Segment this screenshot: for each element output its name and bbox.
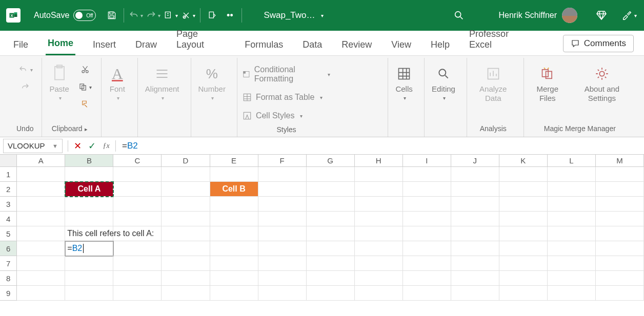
cell[interactable] xyxy=(258,167,307,182)
cell[interactable] xyxy=(596,226,644,241)
merge-files-button[interactable]: Merge Files xyxy=(528,63,567,105)
cell[interactable] xyxy=(548,197,596,212)
cell[interactable] xyxy=(210,286,258,301)
cell[interactable] xyxy=(451,212,499,226)
cell[interactable] xyxy=(403,212,451,226)
cell[interactable] xyxy=(499,212,548,226)
alignment-button[interactable]: Alignment ▾ xyxy=(142,63,183,103)
redo-button[interactable]: ▾ xyxy=(145,7,162,24)
cell[interactable] xyxy=(113,241,162,256)
row-header-7[interactable]: 7 xyxy=(0,256,17,271)
fx-button[interactable]: ƒx xyxy=(99,139,113,153)
cell[interactable] xyxy=(355,271,403,286)
col-header-l[interactable]: L xyxy=(548,155,596,167)
cell[interactable] xyxy=(162,212,210,226)
conditional-formatting-button[interactable]: Conditional Formatting▾ xyxy=(242,63,331,86)
cell[interactable] xyxy=(162,271,210,286)
col-header-e[interactable]: E xyxy=(210,155,258,167)
select-all-corner[interactable] xyxy=(0,155,17,167)
cell[interactable] xyxy=(113,286,162,301)
cell[interactable] xyxy=(162,241,210,256)
format-painter-button[interactable] xyxy=(77,98,93,111)
cell[interactable] xyxy=(403,256,451,271)
cell-b5[interactable]: This cell refers to cell A: xyxy=(65,226,113,241)
tab-review[interactable]: Review xyxy=(339,34,374,55)
tab-page-layout[interactable]: Page Layout xyxy=(174,24,227,55)
chevron-down-icon[interactable]: ▼ xyxy=(52,143,58,149)
tab-file[interactable]: File xyxy=(11,34,30,55)
cell[interactable] xyxy=(499,167,548,182)
cell[interactable] xyxy=(258,197,307,212)
undo-ribbon-button[interactable]: ▾ xyxy=(17,63,33,76)
cell[interactable] xyxy=(17,197,65,212)
qat-item-3[interactable] xyxy=(204,7,221,24)
cell[interactable] xyxy=(162,167,210,182)
cell-b6-editing[interactable]: =B2 xyxy=(65,241,113,256)
paste-button[interactable]: Paste ▾ xyxy=(46,63,72,103)
copy-button[interactable]: ▾ xyxy=(77,80,93,94)
cancel-formula-button[interactable]: ✕ xyxy=(70,139,85,153)
row-header-2[interactable]: 2 xyxy=(0,182,17,197)
cell[interactable] xyxy=(499,256,548,271)
comments-button[interactable]: Comments xyxy=(563,35,634,52)
cell[interactable] xyxy=(548,182,596,197)
cell[interactable] xyxy=(403,167,451,182)
enter-formula-button[interactable]: ✓ xyxy=(85,139,99,153)
tab-insert[interactable]: Insert xyxy=(91,34,118,55)
cell[interactable] xyxy=(499,182,548,197)
tab-professor-excel[interactable]: Professor Excel xyxy=(467,24,532,55)
col-header-h[interactable]: H xyxy=(355,155,403,167)
cell-styles-button[interactable]: Cell Styles▾ xyxy=(242,109,304,122)
cell[interactable] xyxy=(548,226,596,241)
cell[interactable] xyxy=(17,241,65,256)
col-header-j[interactable]: J xyxy=(451,155,499,167)
cell[interactable] xyxy=(113,212,162,226)
cells-button[interactable]: Cells ▾ xyxy=(392,63,416,103)
autosave-toggle[interactable]: AutoSave Off xyxy=(34,10,96,21)
cell[interactable] xyxy=(403,286,451,301)
diamond-icon[interactable] xyxy=(593,7,610,24)
cell[interactable] xyxy=(548,167,596,182)
toggle-switch[interactable]: Off xyxy=(73,10,96,21)
redo-ribbon-button[interactable] xyxy=(17,80,33,94)
name-box[interactable]: VLOOKUP ▼ xyxy=(3,139,63,153)
qat-item-2[interactable]: ▾ xyxy=(179,7,197,24)
cell[interactable] xyxy=(499,197,548,212)
cell[interactable] xyxy=(451,256,499,271)
cell-b2[interactable]: Cell A xyxy=(65,182,113,197)
cell[interactable] xyxy=(499,241,548,256)
row-header-6[interactable]: 6 xyxy=(0,241,17,256)
cell[interactable] xyxy=(210,226,258,241)
cell[interactable] xyxy=(596,212,644,226)
cell[interactable] xyxy=(355,226,403,241)
editing-button[interactable]: Editing ▾ xyxy=(429,63,458,103)
row-header-1[interactable]: 1 xyxy=(0,167,17,182)
cell[interactable] xyxy=(451,241,499,256)
cell[interactable] xyxy=(210,256,258,271)
cell[interactable] xyxy=(258,256,307,271)
about-settings-button[interactable]: About and Settings xyxy=(572,63,632,105)
qat-item-1[interactable]: ▾ xyxy=(162,7,179,24)
document-title[interactable]: Swap_Two… ▾ xyxy=(264,10,323,20)
cell[interactable] xyxy=(355,256,403,271)
cell[interactable] xyxy=(162,182,210,197)
cell[interactable] xyxy=(596,197,644,212)
cell[interactable] xyxy=(548,256,596,271)
cell[interactable] xyxy=(307,212,355,226)
cell[interactable] xyxy=(355,212,403,226)
format-as-table-button[interactable]: Format as Table▾ xyxy=(242,91,324,104)
cell[interactable] xyxy=(162,286,210,301)
cell[interactable] xyxy=(210,167,258,182)
cell[interactable] xyxy=(307,286,355,301)
cut-button[interactable] xyxy=(77,63,93,76)
cell[interactable] xyxy=(451,167,499,182)
cell[interactable] xyxy=(113,256,162,271)
brush-icon[interactable]: ▾ xyxy=(620,7,638,24)
font-button[interactable]: A Font ▾ xyxy=(106,63,129,103)
cell[interactable] xyxy=(210,197,258,212)
col-header-a[interactable]: A xyxy=(17,155,65,167)
cell[interactable] xyxy=(355,167,403,182)
cell[interactable] xyxy=(307,197,355,212)
cell[interactable] xyxy=(499,286,548,301)
cell[interactable] xyxy=(596,167,644,182)
